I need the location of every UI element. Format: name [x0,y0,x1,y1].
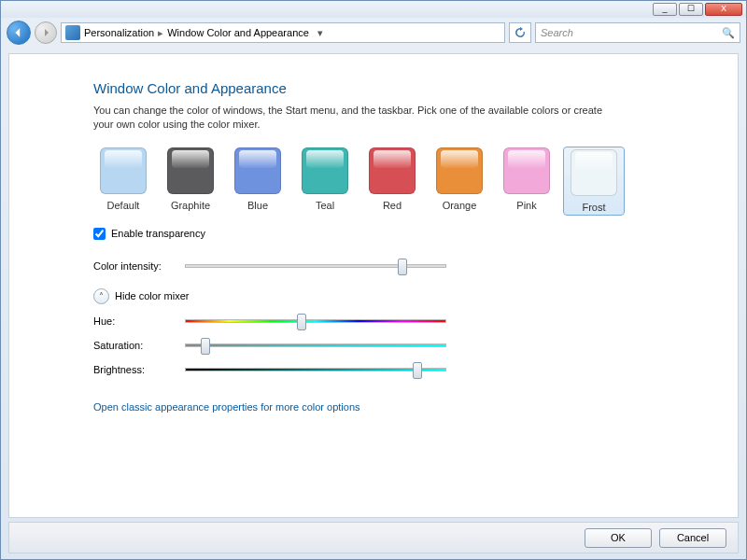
titlebar: _ ☐ X [1,1,746,18]
content-pane: Window Color and Appearance You can chan… [8,53,739,518]
saturation-thumb[interactable] [201,338,210,355]
page-description: You can change the color of windows, the… [93,104,616,133]
swatch-label: Default [93,200,153,211]
brightness-label: Brightness: [93,364,185,375]
color-swatch-blue[interactable]: Blue [228,147,288,215]
footer: OK Cancel [8,522,739,553]
brightness-slider[interactable] [185,368,446,371]
intensity-slider[interactable] [185,264,446,268]
color-swatch-frost[interactable]: Frost [564,147,624,215]
swatch-label: Graphite [161,200,220,211]
arrow-right-icon [41,28,50,37]
saturation-slider[interactable] [185,343,446,347]
classic-appearance-link[interactable]: Open classic appearance properties for m… [93,401,360,413]
search-placeholder: Search [541,27,573,38]
mixer-toggle-label: Hide color mixer [115,290,189,301]
brightness-row: Brightness: [93,364,712,375]
swatch-label: Red [362,200,422,211]
arrow-left-icon [13,27,24,38]
search-icon[interactable]: 🔍 [722,27,735,39]
navbar: Personalization ▸ Window Color and Appea… [1,18,746,48]
swatch-label: Frost [564,202,624,213]
swatch-box [369,147,416,194]
close-button[interactable]: X [705,3,742,16]
intensity-label: Color intensity: [93,260,185,272]
transparency-label: Enable transparency [111,228,205,239]
color-swatch-orange[interactable]: Orange [430,147,489,215]
swatch-box [302,147,348,194]
color-swatch-default[interactable]: Default [93,147,153,215]
address-dropdown[interactable]: ▾ [313,27,328,39]
brightness-thumb[interactable] [413,362,422,379]
page-title: Window Color and Appearance [93,80,712,96]
breadcrumb-item[interactable]: Personalization [84,27,154,38]
forward-button[interactable] [35,21,57,44]
swatch-label: Orange [430,200,489,211]
swatch-label: Teal [295,200,355,211]
breadcrumb-sep: ▸ [158,27,163,39]
swatch-box [100,147,147,194]
color-swatch-teal[interactable]: Teal [295,147,355,215]
ok-button[interactable]: OK [585,528,652,548]
color-swatch-red[interactable]: Red [362,147,422,215]
transparency-checkbox[interactable] [93,228,106,240]
refresh-icon [514,27,526,38]
swatch-label: Pink [497,200,557,211]
intensity-row: Color intensity: [93,260,712,272]
hue-thumb[interactable] [297,314,306,330]
swatch-box [234,147,281,194]
control-panel-icon [65,25,80,40]
refresh-button[interactable] [509,22,531,43]
breadcrumb-item[interactable]: Window Color and Appearance [167,27,309,38]
intensity-thumb[interactable] [398,259,407,275]
chevron-up-icon: ˄ [93,288,109,304]
hue-label: Hue: [93,315,185,327]
transparency-row[interactable]: Enable transparency [93,228,712,240]
back-button[interactable] [7,21,31,45]
color-swatch-graphite[interactable]: Graphite [161,147,220,215]
mixer-toggle[interactable]: ˄ Hide color mixer [93,288,712,304]
color-swatch-pink[interactable]: Pink [497,147,557,215]
swatch-box [503,147,550,194]
swatch-label: Blue [228,200,288,211]
cancel-button[interactable]: Cancel [659,528,726,548]
hue-slider[interactable] [185,319,446,323]
swatch-box [571,149,617,196]
hue-row: Hue: [93,315,712,327]
minimize-button[interactable]: _ [653,3,677,16]
window: _ ☐ X Personalization ▸ Window Color and… [0,0,747,560]
breadcrumb[interactable]: Personalization ▸ Window Color and Appea… [61,22,505,43]
saturation-row: Saturation: [93,340,712,351]
search-input[interactable]: Search 🔍 [535,22,740,43]
swatch-box [167,147,214,194]
color-swatches: DefaultGraphiteBlueTealRedOrangePinkFros… [93,147,712,215]
maximize-button[interactable]: ☐ [679,3,703,16]
swatch-box [436,147,483,194]
saturation-label: Saturation: [93,340,185,351]
